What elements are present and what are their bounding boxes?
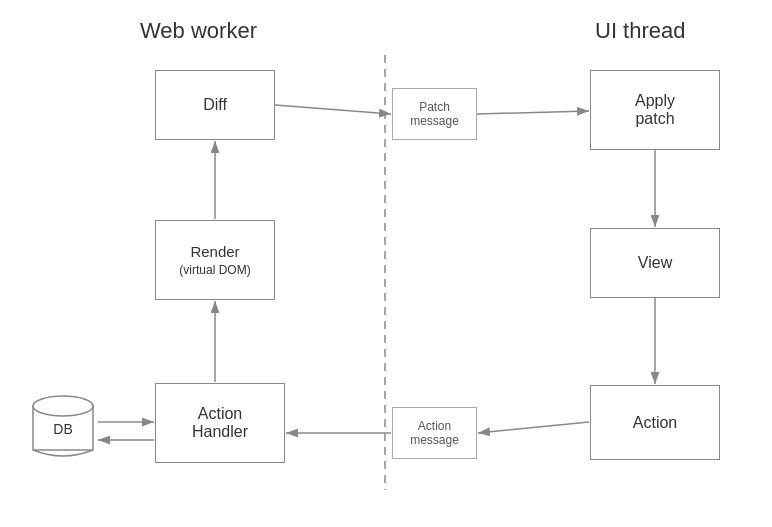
diagram: Web worker UI thread Diff Render(virtual… <box>0 0 772 527</box>
patch-message-box: Patchmessage <box>392 88 477 140</box>
web-worker-title: Web worker <box>140 18 257 44</box>
action-handler-box: ActionHandler <box>155 383 285 463</box>
diff-box: Diff <box>155 70 275 140</box>
svg-line-8 <box>478 422 589 433</box>
db-shape <box>28 390 98 460</box>
action-message-box: Actionmessage <box>392 407 477 459</box>
ui-thread-title: UI thread <box>595 18 686 44</box>
view-box: View <box>590 228 720 298</box>
svg-line-4 <box>275 105 391 114</box>
svg-point-1 <box>33 396 93 416</box>
apply-patch-box: Applypatch <box>590 70 720 150</box>
render-box: Render(virtual DOM) <box>155 220 275 300</box>
svg-line-5 <box>477 111 589 114</box>
action-box: Action <box>590 385 720 460</box>
